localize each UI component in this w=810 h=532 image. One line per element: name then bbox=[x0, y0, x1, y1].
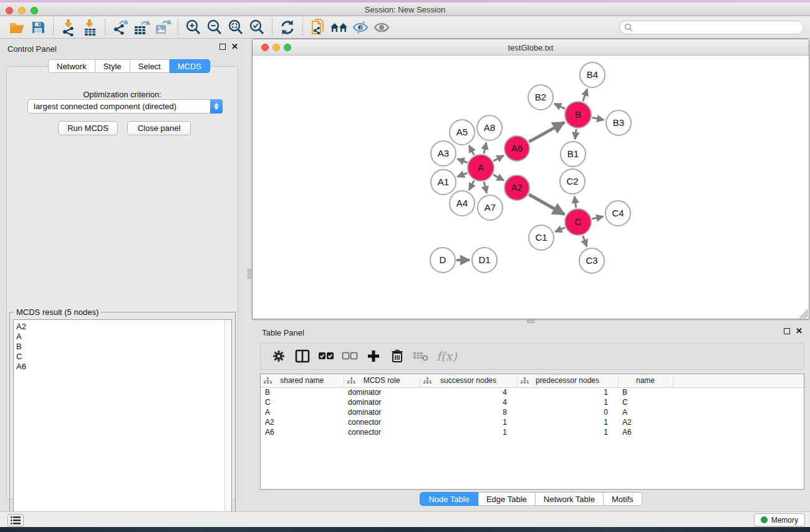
mcds-result-list[interactable]: A2ABCA6 bbox=[13, 319, 232, 523]
table-settings-icon[interactable] bbox=[269, 347, 287, 365]
graph-edge-A-A8[interactable] bbox=[484, 142, 486, 153]
task-history-button[interactable] bbox=[7, 514, 24, 526]
graph-edge-B-B3[interactable] bbox=[592, 118, 604, 120]
optimization-criterion-dropdown[interactable]: largest connected component (directed) bbox=[27, 99, 223, 114]
search-field[interactable] bbox=[619, 21, 804, 34]
graph-node-B4[interactable]: B4 bbox=[580, 62, 605, 87]
graph-edge-A2-C[interactable] bbox=[529, 195, 564, 215]
main-titlebar[interactable]: Session: New Session bbox=[0, 2, 810, 16]
tab-select[interactable]: Select bbox=[130, 59, 170, 73]
graph-node-A2[interactable]: A2 bbox=[504, 175, 529, 200]
graph-node-B[interactable]: B bbox=[565, 102, 591, 128]
graph-node-C2[interactable]: C2 bbox=[560, 169, 585, 194]
zoom-out-icon[interactable] bbox=[204, 17, 225, 37]
function-builder-icon[interactable]: f(x) bbox=[436, 349, 457, 363]
graph-node-C3[interactable]: C3 bbox=[579, 248, 604, 273]
graph-node-C4[interactable]: C4 bbox=[605, 201, 630, 226]
graph-edge-A-A1[interactable] bbox=[457, 173, 467, 177]
import-table-icon[interactable] bbox=[79, 17, 100, 37]
cell-predecessor-nodes[interactable]: 1 bbox=[517, 397, 618, 407]
cell-predecessor-nodes[interactable]: 1 bbox=[517, 387, 618, 397]
node-table-container[interactable]: shared nameMCDS rolesuccessor nodesprede… bbox=[260, 374, 804, 490]
cell-predecessor-nodes[interactable]: 1 bbox=[517, 427, 618, 437]
graph-edge-C-C3[interactable] bbox=[583, 236, 587, 247]
graph-edge-C-C1[interactable] bbox=[555, 228, 565, 232]
column-header-MCDS-role[interactable]: MCDS role bbox=[344, 374, 420, 387]
cell-name[interactable]: B bbox=[618, 387, 673, 397]
refresh-icon[interactable] bbox=[277, 17, 298, 37]
tab-style[interactable]: Style bbox=[95, 59, 130, 73]
cell-successor-nodes[interactable]: 8 bbox=[420, 407, 517, 417]
select-all-icon[interactable] bbox=[317, 347, 335, 365]
table-row[interactable]: Cdominator41C bbox=[261, 397, 804, 407]
tab-node-table[interactable]: Node Table bbox=[420, 492, 478, 506]
graph-node-A4[interactable]: A4 bbox=[450, 191, 475, 216]
mcds-result-item[interactable]: A bbox=[16, 332, 231, 342]
close-panel-icon[interactable]: ✕ bbox=[231, 44, 238, 50]
search-input[interactable] bbox=[633, 22, 803, 33]
table-row[interactable]: Adominator80A bbox=[261, 407, 804, 417]
zoom-fit-icon[interactable] bbox=[225, 17, 246, 37]
graph-node-A5[interactable]: A5 bbox=[450, 120, 475, 145]
cell-successor-nodes[interactable]: 4 bbox=[420, 397, 517, 407]
graph-edge-A-A5[interactable] bbox=[469, 145, 474, 155]
table-row[interactable]: A2connector11A2 bbox=[261, 417, 804, 427]
cell-MCDS-role[interactable]: connector bbox=[344, 427, 420, 437]
dropdown-stepper-icon[interactable] bbox=[210, 99, 223, 114]
export-network-icon[interactable] bbox=[110, 17, 131, 37]
graph-edge-B-B1[interactable] bbox=[575, 129, 576, 139]
column-header-successor-nodes[interactable]: successor nodes bbox=[420, 374, 517, 387]
tab-network-table[interactable]: Network Table bbox=[536, 492, 604, 506]
graph-node-C[interactable]: C bbox=[565, 209, 591, 235]
network-vertical-scrollbar[interactable] bbox=[248, 269, 251, 279]
graph-node-C1[interactable]: C1 bbox=[529, 225, 554, 250]
graph-edge-A-A2[interactable] bbox=[493, 175, 504, 180]
graph-node-A1[interactable]: A1 bbox=[431, 170, 456, 195]
graph-node-A[interactable]: A bbox=[468, 155, 494, 181]
window-resize-grip[interactable] bbox=[799, 309, 808, 318]
tab-network[interactable]: Network bbox=[48, 59, 95, 73]
split-view-icon[interactable] bbox=[293, 347, 311, 365]
delete-table-icon[interactable] bbox=[412, 347, 430, 365]
cell-name[interactable]: A2 bbox=[618, 417, 673, 427]
cell-MCDS-role[interactable]: dominator bbox=[344, 387, 420, 397]
network-window-titlebar[interactable]: testGlobe.txt bbox=[253, 39, 809, 56]
float-table-panel-icon[interactable] bbox=[784, 328, 790, 334]
save-session-icon[interactable] bbox=[27, 17, 49, 37]
hide-selected-icon[interactable] bbox=[350, 17, 371, 37]
network-canvas[interactable]: B4B2BB3A8A5A6A3B1AA1C2A2A4A7C4CC1DD1C3 bbox=[253, 56, 809, 319]
close-table-panel-icon[interactable]: ✕ bbox=[796, 328, 803, 334]
cell-successor-nodes[interactable]: 4 bbox=[420, 387, 517, 397]
float-panel-icon[interactable] bbox=[219, 44, 226, 50]
graph-node-A7[interactable]: A7 bbox=[478, 195, 503, 220]
import-network-icon[interactable] bbox=[58, 17, 79, 37]
graph-node-B2[interactable]: B2 bbox=[528, 85, 553, 110]
cell-name[interactable]: A6 bbox=[618, 427, 673, 437]
cell-shared-name[interactable]: A6 bbox=[261, 427, 344, 437]
column-header-predecessor-nodes[interactable]: predecessor nodes bbox=[517, 374, 618, 387]
graph-node-D[interactable]: D bbox=[430, 248, 455, 273]
graph-node-A3[interactable]: A3 bbox=[431, 141, 456, 166]
column-header-shared-name[interactable]: shared name bbox=[261, 374, 344, 387]
cell-predecessor-nodes[interactable]: 1 bbox=[517, 417, 618, 427]
cell-shared-name[interactable]: C bbox=[261, 397, 344, 407]
network-horizontal-scrollbar[interactable] bbox=[527, 320, 534, 323]
cell-shared-name[interactable]: A bbox=[261, 407, 344, 417]
graph-edge-A-A3[interactable] bbox=[457, 159, 467, 163]
cell-MCDS-role[interactable]: dominator bbox=[344, 407, 420, 417]
graph-node-B3[interactable]: B3 bbox=[606, 110, 631, 135]
graph-node-D1[interactable]: D1 bbox=[472, 248, 497, 273]
mcds-result-item[interactable]: A2 bbox=[16, 322, 231, 332]
tab-motifs[interactable]: Motifs bbox=[604, 492, 642, 506]
graph-edge-C-C4[interactable] bbox=[592, 216, 603, 219]
delete-column-icon[interactable] bbox=[388, 347, 406, 365]
cell-name[interactable]: A bbox=[618, 407, 673, 417]
mcds-result-item[interactable]: A6 bbox=[16, 362, 231, 372]
memory-button[interactable]: Memory bbox=[754, 513, 805, 526]
column-header-name[interactable]: name bbox=[618, 374, 673, 387]
export-table-icon[interactable] bbox=[131, 17, 152, 37]
cell-successor-nodes[interactable]: 1 bbox=[420, 427, 517, 437]
mcds-result-item[interactable]: C bbox=[16, 352, 231, 362]
mcds-list-scrollbar[interactable] bbox=[224, 320, 231, 523]
graph-edge-A-A4[interactable] bbox=[469, 180, 474, 190]
